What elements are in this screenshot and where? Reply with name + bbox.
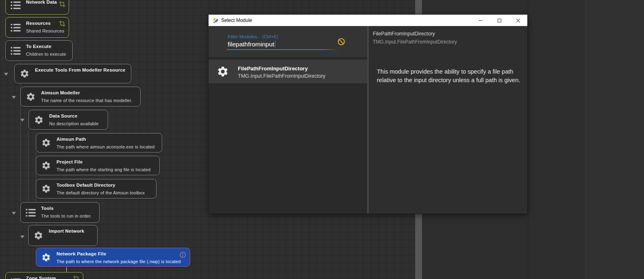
node-subtitle: The name of the resource that has modell… (41, 98, 132, 103)
detail-namespace: TMG.Input.FilePathFromInputDirectory (373, 39, 457, 45)
node-aimsun-modeller[interactable]: Aimsun Modeller The name of the resource… (20, 87, 141, 107)
node-title: Execute Tools From Modeller Resource (35, 68, 125, 72)
node-title: Network Data (26, 0, 57, 4)
node-zone-system[interactable]: Zone System (5, 272, 83, 279)
node-subtitle: The path to where the network package fi… (57, 259, 181, 264)
node-subtitle: No description available (49, 121, 99, 126)
filter-label: Filter Modules... (Ctrl+E) (228, 34, 278, 39)
collapse-arrow[interactable] (20, 119, 24, 122)
node-subtitle: Shared Resources (26, 28, 64, 33)
node-import-network[interactable]: Import Network (28, 225, 98, 246)
module-result-title: FilePathFromInputDirectory (238, 65, 308, 72)
node-subtitle: The path where aimsun aconsole.exe is lo… (57, 144, 154, 149)
gear-icon (41, 138, 52, 148)
filter-input[interactable]: filepathfrominput (228, 41, 275, 48)
select-module-dialog: Select Module Filter Modules... (Ctrl+E)… (209, 15, 527, 214)
maximize-button[interactable] (490, 15, 509, 26)
detail-description: This module provides the ability to spec… (377, 68, 526, 85)
background-panel (585, 0, 644, 279)
node-aimsun-path[interactable]: Aimsun Path The path where aimsun aconso… (36, 133, 162, 153)
gear-icon (25, 92, 36, 102)
node-title: Aimsun Path (57, 137, 86, 142)
node-network-data[interactable]: Network Data (5, 0, 69, 15)
list-icon (10, 0, 21, 10)
filter-underline (227, 49, 339, 50)
node-title: Network Package File (57, 251, 106, 256)
tree-connector (66, 267, 67, 272)
panel-divider (585, 0, 585, 279)
list-icon (10, 277, 21, 279)
gear-icon (33, 231, 44, 240)
node-title: Data Source (49, 113, 77, 118)
node-subtitle: The path where the starting ang file is … (57, 167, 150, 172)
crop-icon (59, 20, 65, 27)
gear-icon (41, 184, 52, 194)
list-icon (25, 208, 36, 218)
close-button[interactable] (509, 15, 527, 26)
gear-icon (41, 253, 52, 262)
node-title: Zone System (26, 276, 56, 279)
dialog-body: Filter Modules... (Ctrl+E) filepathfromi… (209, 26, 527, 214)
gear-icon (19, 69, 30, 78)
minimize-button[interactable] (471, 15, 490, 26)
gear-icon (217, 65, 229, 78)
dialog-titlebar: Select Module (209, 15, 527, 26)
node-title: To Execute (26, 44, 52, 49)
module-detail-panel: FilePathFromInputDirectory TMG.Input.Fil… (369, 26, 527, 214)
gear-icon (33, 115, 44, 125)
node-title: Tools (41, 206, 54, 211)
module-filter-area: Filter Modules... (Ctrl+E) filepathfromi… (209, 26, 367, 58)
module-result-namespace: TMG.Input.FilePathFromInputDirectory (238, 73, 325, 79)
list-icon (10, 46, 21, 56)
module-result-row[interactable]: FilePathFromInputDirectory TMG.Input.Fil… (209, 60, 367, 83)
minimize-icon (479, 20, 483, 21)
warning-icon (179, 251, 186, 258)
node-to-execute[interactable]: To Execute Children to execute (5, 40, 73, 61)
node-title: Project File (57, 159, 83, 164)
node-title: Import Network (49, 229, 84, 233)
node-network-package-file[interactable]: Network Package File The path to where t… (36, 248, 190, 267)
list-icon (10, 23, 21, 33)
node-subtitle: The tools to run in order. (41, 214, 91, 218)
node-project-file[interactable]: Project File The path where the starting… (36, 156, 160, 175)
collapse-arrow[interactable] (12, 96, 16, 99)
node-subtitle: Children to execute (26, 52, 66, 57)
app-icon (212, 17, 219, 24)
node-execute-tools-from-modeller-resource[interactable]: Execute Tools From Modeller Resource (14, 64, 131, 83)
node-resources[interactable]: Resources Shared Resources (5, 17, 69, 38)
node-title: Aimsun Modeller (41, 90, 80, 95)
crop-icon (73, 275, 80, 279)
node-toolbox-default-directory[interactable]: Toolbox Default Directory The default di… (36, 179, 157, 198)
maximize-icon (498, 19, 501, 22)
crop-icon (59, 1, 65, 7)
collapse-arrow[interactable] (20, 235, 24, 238)
node-title: Toolbox Default Directory (57, 183, 115, 187)
node-tools[interactable]: Tools The tools to run in order. (20, 202, 100, 223)
collapse-arrow[interactable] (12, 212, 16, 215)
node-subtitle: The default directory of the Aimsun tool… (57, 190, 145, 195)
close-icon (516, 18, 520, 23)
dialog-title: Select Module (221, 15, 252, 26)
node-title: Resources (26, 21, 51, 26)
gear-icon (41, 161, 52, 170)
blocked-icon (337, 38, 345, 46)
module-list-panel: Filter Modules... (Ctrl+E) filepathfromi… (209, 26, 367, 214)
panel-divider (528, 0, 528, 279)
collapse-arrow[interactable] (4, 73, 8, 76)
detail-title: FilePathFromInputDirectory (373, 31, 435, 37)
node-data-source[interactable]: Data Source No description available (28, 110, 108, 130)
